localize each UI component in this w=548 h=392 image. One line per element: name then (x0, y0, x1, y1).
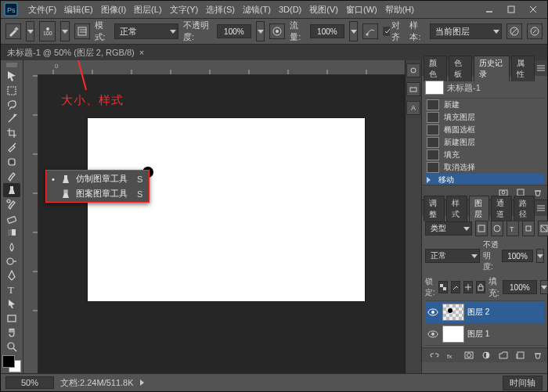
menu-type[interactable]: 文字(Y) (166, 4, 203, 16)
filter-type-icon[interactable]: T (507, 221, 519, 236)
layer-opacity-dropdown[interactable] (536, 249, 544, 263)
healing-brush-tool[interactable] (3, 154, 20, 168)
filter-adjust-icon[interactable] (491, 221, 503, 236)
flyout-item-pattern-stamp[interactable]: 图案图章工具 S (46, 186, 149, 201)
menu-filter[interactable]: 滤镜(T) (239, 4, 275, 16)
zoom-tool[interactable] (3, 340, 20, 354)
tab-channels[interactable]: 通道 (491, 196, 512, 221)
blend-mode-select[interactable]: 正常 (114, 23, 178, 39)
layer-fx-button[interactable]: fx (445, 350, 458, 361)
history-item[interactable]: 取消选择 (425, 161, 544, 174)
doc-size-menu-icon[interactable] (140, 379, 144, 386)
opacity-input[interactable]: 100% (217, 24, 251, 38)
layer-group-button[interactable] (497, 350, 510, 361)
collapsed-panel-button-3[interactable]: A (406, 101, 420, 115)
document-tab[interactable]: 未标题-1 @ 50% (图层 2, RGB/8) (7, 47, 135, 59)
tab-adjustments[interactable]: 调整 (424, 196, 445, 221)
filter-shape-icon[interactable] (522, 221, 535, 236)
brush-tool[interactable] (3, 169, 20, 183)
sample-select[interactable]: 当前图层 (430, 23, 502, 39)
visibility-toggle[interactable] (427, 307, 439, 318)
airbrush-toggle[interactable] (362, 23, 378, 39)
timeline-button[interactable]: 时间轴 (503, 376, 543, 390)
lasso-tool[interactable] (3, 98, 20, 112)
history-item[interactable]: 填充 (425, 149, 544, 161)
tab-color[interactable]: 颜色 (424, 56, 447, 81)
ruler-vertical[interactable] (23, 60, 38, 374)
menu-window[interactable]: 窗口(W) (342, 4, 381, 16)
history-item[interactable]: 椭圆选框 (425, 124, 544, 136)
layer-blend-select[interactable]: 正常 (425, 249, 480, 263)
layer-fill-dropdown[interactable] (540, 280, 548, 294)
history-brush-tool[interactable] (3, 197, 20, 211)
layer-delete-button[interactable] (532, 350, 544, 361)
window-minimize-button[interactable] (480, 2, 499, 16)
layer-link-button[interactable] (428, 350, 441, 361)
lock-position-button[interactable] (463, 281, 473, 293)
ruler-horizontal[interactable]: 0 (38, 60, 405, 75)
flow-input[interactable]: 100% (310, 24, 344, 38)
brush-panel-toggle[interactable] (74, 23, 90, 39)
hand-tool[interactable] (3, 325, 20, 340)
tool-preset-dropdown[interactable] (26, 21, 34, 41)
menu-help[interactable]: 帮助(H) (381, 4, 418, 16)
pressure-opacity-toggle[interactable] (269, 23, 285, 39)
menu-select[interactable]: 选择(S) (202, 4, 239, 16)
history-item[interactable]: 新建 (425, 99, 544, 111)
layer-kind-filter[interactable]: 类型 (425, 221, 472, 236)
layer-adjust-button[interactable] (480, 350, 492, 361)
clone-stamp-tool[interactable] (3, 183, 20, 197)
flyout-item-clone-stamp[interactable]: • 仿制图章工具 S (46, 171, 149, 186)
gradient-tool[interactable] (3, 225, 20, 239)
tab-history[interactable]: 历史记录 (474, 56, 510, 81)
tab-layers[interactable]: 图层 (469, 196, 490, 221)
document-tab-close[interactable]: × (139, 48, 144, 57)
visibility-toggle[interactable] (427, 329, 439, 340)
tab-properties[interactable]: 属性 (511, 56, 535, 81)
brush-dropdown[interactable] (60, 21, 69, 41)
menu-edit[interactable]: 编辑(E) (60, 4, 97, 16)
lock-all-button[interactable] (476, 281, 485, 293)
menu-file[interactable]: 文件(F) (24, 4, 60, 16)
lock-transparency-button[interactable] (438, 281, 448, 293)
marquee-tool[interactable] (3, 83, 20, 97)
menu-3d[interactable]: 3D(D) (275, 5, 305, 14)
layer-opacity-input[interactable]: 100% (502, 250, 533, 262)
shape-tool[interactable] (3, 311, 20, 325)
eyedropper-tool[interactable] (3, 140, 20, 154)
window-maximize-button[interactable] (502, 2, 521, 16)
layer-new-button[interactable] (514, 350, 527, 361)
layer-mask-button[interactable] (463, 350, 475, 361)
filter-pixel-icon[interactable] (475, 221, 488, 236)
pen-tool[interactable] (3, 268, 20, 282)
brush-preview[interactable]: 100 (39, 21, 56, 41)
history-menu-icon[interactable] (536, 63, 546, 74)
tool-preset-picker[interactable] (5, 23, 21, 39)
collapsed-panel-button-1[interactable] (406, 63, 420, 77)
blur-tool[interactable] (3, 240, 20, 254)
window-close-button[interactable] (524, 2, 543, 16)
collapsed-panel-button-2[interactable] (406, 82, 420, 96)
canvas[interactable] (88, 118, 365, 301)
tab-swatches[interactable]: 色板 (449, 56, 472, 81)
magic-wand-tool[interactable] (3, 112, 20, 126)
history-doc-thumb[interactable] (425, 81, 444, 95)
flow-dropdown[interactable] (349, 21, 358, 41)
crop-tool[interactable] (3, 126, 20, 140)
history-item[interactable]: 新建图层 (425, 136, 544, 149)
layer-row[interactable]: 图层 2 (425, 301, 544, 323)
move-tool[interactable] (3, 69, 20, 83)
layers-menu-icon[interactable] (536, 203, 546, 214)
layer-fill-input[interactable]: 100% (503, 280, 537, 294)
lock-pixels-button[interactable] (451, 281, 460, 293)
menu-view[interactable]: 视图(V) (305, 4, 342, 16)
layer-thumbnail[interactable] (442, 304, 464, 321)
eraser-tool[interactable] (3, 211, 20, 225)
tools-drag-handle[interactable] (3, 62, 20, 67)
menu-layer[interactable]: 图层(L) (130, 4, 165, 16)
tab-paths[interactable]: 路径 (514, 196, 535, 221)
tab-styles[interactable]: 样式 (446, 196, 467, 221)
layer-thumbnail[interactable] (442, 325, 464, 343)
type-tool[interactable]: T (3, 282, 20, 297)
zoom-input[interactable]: 50% (5, 376, 54, 389)
